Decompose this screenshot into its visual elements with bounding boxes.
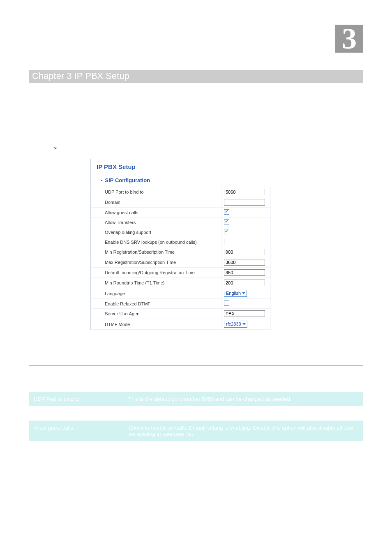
form-label: Server UserAgent — [91, 309, 221, 319]
screenshot-form-table: UDP Port to bind toDomainAllow guest cal… — [91, 187, 271, 330]
after-screenshot-text: This section describes the basic setting… — [29, 341, 363, 361]
embedded-screenshot: IP PBX Setup •SIP Configuration UDP Port… — [90, 159, 330, 330]
form-checkbox[interactable] — [224, 209, 229, 215]
field-name-cell: Allow Transfers — [29, 441, 123, 456]
form-label: Overlap dialing support — [91, 227, 221, 237]
form-checkbox[interactable] — [224, 229, 229, 234]
form-checkbox[interactable] — [224, 239, 229, 244]
chapter-title-bar: Chapter 3 IP PBX Setup — [29, 70, 363, 83]
field-desc-cell: Check to enable all calls. Default setti… — [123, 421, 363, 441]
field-name-cell: Domain — [29, 406, 123, 421]
table-header-desc: Description — [123, 377, 363, 392]
table-row: Allow TransfersCheck to enable call tran… — [29, 441, 363, 456]
form-text-input[interactable] — [224, 249, 265, 255]
sub-point-label: SIP Configuration — [62, 145, 111, 151]
form-select[interactable]: rfc2833 — [224, 321, 247, 328]
form-label: Allow guest calls — [91, 208, 221, 217]
form-label: Enable DNS SRV lookups (on outbound call… — [91, 237, 221, 247]
field-desc-cell: This is the default port number 5060 and… — [123, 392, 363, 406]
sub-point-row: ➢ SIP Configuration — [53, 145, 363, 151]
divider — [29, 365, 363, 366]
form-label: Language — [91, 288, 221, 299]
form-label: Min Registration/Subscription Time — [91, 247, 221, 257]
form-checkbox[interactable] — [224, 301, 229, 306]
field-name-cell: UDP Port to bind to — [29, 392, 123, 406]
form-text-input[interactable] — [224, 269, 265, 276]
field-description-table: Field Name Description UDP Port to bind … — [29, 377, 363, 456]
section-heading: 3.1 SIP Basic Settings — [29, 99, 363, 108]
form-select[interactable]: English — [224, 290, 247, 297]
form-label: UDP Port to bind to — [91, 187, 221, 197]
chapter-number-badge: 3 — [335, 25, 363, 53]
form-checkbox[interactable] — [224, 219, 229, 224]
table-row: Allow guest callsCheck to enable all cal… — [29, 421, 363, 441]
table-row: DomainYour host name — [29, 406, 363, 421]
form-label: Default Incoming/Outgoing Registration T… — [91, 268, 221, 278]
form-text-input[interactable] — [224, 310, 265, 317]
arrow-icon: ➢ — [53, 145, 58, 151]
form-text-input[interactable] — [224, 280, 265, 286]
form-label: Allow Transfers — [91, 217, 221, 227]
form-text-input[interactable] — [224, 199, 265, 206]
form-text-input[interactable] — [224, 259, 265, 266]
form-label: DTMF Mode — [91, 319, 221, 330]
table-header-field: Field Name — [29, 377, 123, 392]
field-desc-cell: Your host name — [123, 406, 363, 421]
field-desc-cell: Check to enable call transfer function — [123, 441, 363, 456]
field-name-cell: Allow guest calls — [29, 421, 123, 441]
section-intro-text: SIP (Session Initiation Protocol) is a p… — [29, 114, 363, 134]
screenshot-subtitle: •SIP Configuration — [91, 173, 271, 187]
form-label: Max Registration/Subscription Time — [91, 257, 221, 268]
table-row: UDP Port to bind toThis is the default p… — [29, 392, 363, 406]
form-label: Domain — [91, 197, 221, 208]
form-label: Enable Relaxed DTMF — [91, 299, 221, 309]
screenshot-title: IP PBX Setup — [97, 163, 136, 170]
form-text-input[interactable] — [224, 189, 265, 195]
form-label: Min Roundtrip Time (T1 Time) — [91, 278, 221, 288]
